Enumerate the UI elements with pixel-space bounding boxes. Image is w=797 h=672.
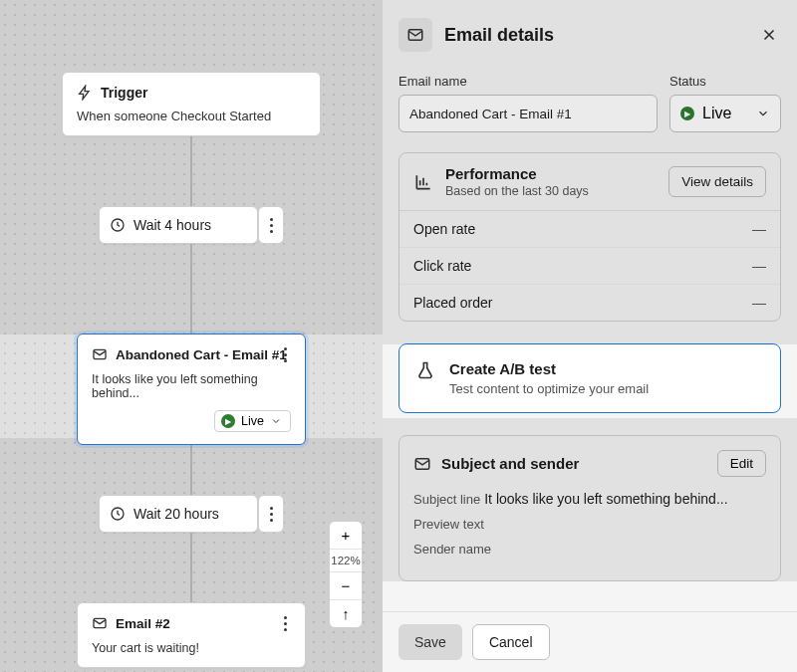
mail-icon (398, 18, 432, 52)
edit-subject-button[interactable]: Edit (717, 450, 766, 477)
email-1-menu[interactable] (275, 344, 295, 364)
performance-title: Performance (445, 165, 657, 182)
preview-text-label: Preview text (413, 517, 484, 532)
bolt-icon (77, 85, 93, 101)
subject-line-value: It looks like you left something behind.… (484, 491, 727, 507)
wait-label: Wait 4 hours (133, 217, 211, 233)
wait-2-menu[interactable] (258, 495, 284, 533)
flask-icon (415, 360, 435, 396)
perf-placed-order: Placed order— (399, 284, 780, 321)
mail-icon (92, 346, 108, 362)
wait-label: Wait 20 hours (133, 506, 219, 522)
clock-icon (110, 506, 126, 522)
email-node-1[interactable]: Abandoned Cart - Email #1 It looks like … (77, 334, 306, 445)
email-node-2[interactable]: Email #2 Your cart is waiting! (77, 602, 306, 668)
clock-icon (110, 217, 126, 233)
ab-subtitle: Test content to optimize your email (449, 381, 649, 396)
sender-name-label: Sender name (413, 542, 491, 557)
chevron-down-icon (270, 415, 282, 427)
save-button[interactable]: Save (398, 624, 462, 660)
email-2-title: Email #2 (116, 616, 170, 631)
email-1-desc: It looks like you left something behind.… (92, 372, 291, 400)
zoom-percent: 122% (330, 549, 362, 571)
trigger-label: Trigger (101, 85, 147, 101)
performance-subtitle: Based on the last 30 days (445, 184, 657, 198)
close-button[interactable] (757, 23, 781, 47)
trigger-desc: When someone Checkout Started (77, 109, 306, 123)
ab-title: Create A/B test (449, 360, 649, 377)
wait-node-1[interactable]: Wait 4 hours (99, 206, 258, 244)
panel-title: Email details (444, 25, 745, 46)
chart-icon (413, 172, 433, 192)
email-name-input[interactable] (398, 95, 658, 132)
details-panel: Email details Email name Status ▶ Live (383, 0, 797, 672)
zoom-out-button[interactable]: − (330, 571, 362, 599)
zoom-controls: + 122% − ↑ (329, 521, 363, 628)
panel-footer: Save Cancel (383, 611, 797, 672)
status-label: Status (669, 74, 781, 89)
perf-click-rate: Click rate— (399, 247, 780, 284)
email-1-title: Abandoned Cart - Email #1 (116, 347, 287, 362)
chevron-down-icon (756, 107, 770, 120)
subject-line-label: Subject line (413, 492, 480, 507)
email-2-desc: Your cart is waiting! (92, 641, 291, 655)
mail-icon (413, 455, 431, 473)
zoom-reset-button[interactable]: ↑ (330, 599, 362, 627)
performance-card: Performance Based on the last 30 days Vi… (398, 152, 781, 322)
trigger-node[interactable]: Trigger When someone Checkout Started (62, 72, 321, 136)
mail-icon (92, 615, 108, 631)
email-name-label: Email name (398, 74, 658, 89)
cancel-button[interactable]: Cancel (472, 624, 550, 660)
email-1-status[interactable]: ▶ Live (214, 410, 291, 432)
zoom-in-button[interactable]: + (330, 522, 362, 549)
play-icon: ▶ (680, 107, 694, 120)
wait-node-2[interactable]: Wait 20 hours (99, 495, 258, 533)
email-2-menu[interactable] (275, 613, 295, 633)
play-icon: ▶ (221, 414, 235, 428)
flow-canvas[interactable]: Trigger When someone Checkout Started Wa… (0, 0, 383, 672)
subject-title: Subject and sender (441, 455, 707, 472)
view-details-button[interactable]: View details (668, 166, 766, 197)
wait-1-menu[interactable] (258, 206, 284, 244)
subject-sender-card: Subject and sender Edit Subject line It … (398, 435, 781, 581)
perf-open-rate: Open rate— (399, 211, 780, 247)
status-select[interactable]: ▶ Live (669, 95, 781, 132)
create-ab-test-button[interactable]: Create A/B test Test content to optimize… (398, 343, 781, 413)
